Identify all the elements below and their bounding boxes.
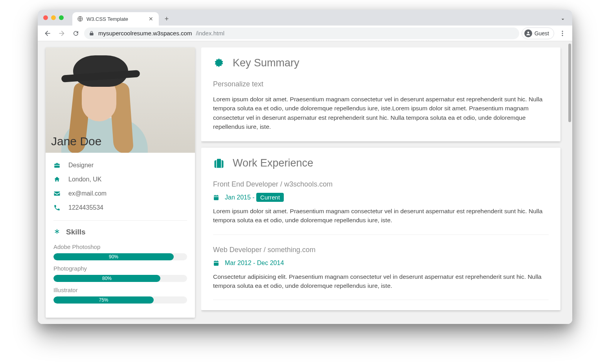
work-heading: Work Experience xyxy=(213,157,549,169)
job-item: Front End Developer / w3schools.com Jan … xyxy=(213,180,549,225)
skill-progress: 90% xyxy=(53,253,187,260)
job-title: Web Developer / something.com xyxy=(213,246,549,254)
profile-role-row: Designer xyxy=(53,158,187,172)
kebab-menu-button[interactable] xyxy=(557,27,568,39)
work-card: Work Experience Front End Developer / w3… xyxy=(201,148,560,310)
close-window-button[interactable] xyxy=(43,15,48,20)
minimize-window-button[interactable] xyxy=(51,15,56,20)
svg-point-1 xyxy=(562,31,563,32)
skill-item: Illustrator 75% xyxy=(53,287,187,304)
profile-location: London, UK xyxy=(68,176,102,183)
current-badge: Current xyxy=(256,193,284,202)
lock-icon xyxy=(89,31,94,36)
job-date-range: Mar 2012 - Dec 2014 xyxy=(225,260,284,267)
skill-progress-fill: 75% xyxy=(53,296,154,304)
profile-phone-row: 1224435534 xyxy=(53,201,187,215)
profile-name: Jane Doe xyxy=(51,135,101,148)
divider xyxy=(213,234,549,235)
summary-heading: Key Summary xyxy=(213,57,549,69)
profile-card: Jane Doe Designer London, UK xyxy=(46,48,195,318)
summary-body: Lorem ipsum dolor sit amet. Praesentium … xyxy=(213,95,549,131)
maximize-window-button[interactable] xyxy=(59,15,64,20)
window-controls xyxy=(43,15,64,20)
profile-email: ex@mail.com xyxy=(68,190,107,197)
avatar-icon xyxy=(524,29,532,37)
person-illustration xyxy=(73,55,128,87)
phone-icon xyxy=(53,204,61,211)
skill-progress: 75% xyxy=(53,296,187,304)
skill-item: Photography 80% xyxy=(53,265,187,282)
suitcase-icon xyxy=(213,157,225,169)
summary-heading-text: Key Summary xyxy=(233,57,299,69)
skills-heading: Skills xyxy=(53,226,187,240)
job-title: Front End Developer / w3schools.com xyxy=(213,180,549,188)
browser-tab[interactable]: W3.CSS Template ✕ xyxy=(72,12,159,26)
svg-rect-5 xyxy=(217,159,221,161)
skill-name: Adobe Photoshop xyxy=(53,243,187,250)
profile-label: Guest xyxy=(535,30,549,37)
tab-title: W3.CSS Template xyxy=(86,16,145,22)
new-tab-button[interactable]: + xyxy=(161,13,172,24)
job-dates: Mar 2012 - Dec 2014 xyxy=(213,260,549,267)
url-host: mysupercoolresume.w3spaces.com xyxy=(98,30,192,37)
calendar-icon xyxy=(213,194,219,201)
profile-photo: Jane Doe xyxy=(46,48,195,153)
job-date-range: Jan 2015 - xyxy=(225,194,256,201)
summary-subheading: Personalize text xyxy=(213,80,549,88)
reload-button[interactable] xyxy=(70,27,82,39)
svg-point-2 xyxy=(562,33,563,34)
skill-progress-fill: 90% xyxy=(53,253,174,260)
profile-button[interactable]: Guest xyxy=(522,27,554,39)
profile-location-row: London, UK xyxy=(53,172,187,187)
home-icon xyxy=(53,176,61,183)
work-heading-text: Work Experience xyxy=(233,157,313,169)
skills-heading-text: Skills xyxy=(66,228,86,236)
skill-item: Adobe Photoshop 90% xyxy=(53,243,187,260)
browser-toolbar: mysupercoolresume.w3spaces.com/index.htm… xyxy=(38,26,572,41)
profile-details: Designer London, UK ex@mail.com xyxy=(46,153,195,314)
vertical-scrollbar[interactable] xyxy=(568,44,571,122)
page-viewport: Jane Doe Designer London, UK xyxy=(38,41,572,324)
main-column: Key Summary Personalize text Lorem ipsum… xyxy=(201,48,564,318)
job-dates: Jan 2015 - Current xyxy=(213,194,549,201)
svg-point-3 xyxy=(562,35,563,36)
certificate-icon xyxy=(213,57,225,69)
skill-progress-fill: 80% xyxy=(53,275,160,282)
close-tab-button[interactable]: ✕ xyxy=(148,15,154,23)
job-description: Consectetur adipisicing elit. Praesentiu… xyxy=(213,272,549,291)
skill-name: Illustrator xyxy=(53,287,187,293)
job-description: Lorem ipsum dolor sit amet. Praesentium … xyxy=(213,207,549,225)
divider xyxy=(53,220,187,221)
job-item: Web Developer / something.com Mar 2012 -… xyxy=(213,246,549,291)
calendar-icon xyxy=(213,260,219,266)
summary-card: Key Summary Personalize text Lorem ipsum… xyxy=(201,48,560,141)
briefcase-icon xyxy=(53,162,61,169)
asterisk-icon xyxy=(53,229,61,236)
url-path: /index.html xyxy=(196,30,224,37)
back-button[interactable] xyxy=(42,27,53,39)
envelope-icon xyxy=(53,190,61,197)
tabs-dropdown-button[interactable] xyxy=(558,15,568,24)
profile-role: Designer xyxy=(68,162,94,169)
skill-progress: 80% xyxy=(53,275,187,282)
globe-icon xyxy=(77,16,83,22)
address-bar[interactable]: mysupercoolresume.w3spaces.com/index.htm… xyxy=(84,27,519,39)
skill-name: Photography xyxy=(53,265,187,272)
profile-email-row: ex@mail.com xyxy=(53,187,187,201)
browser-window: W3.CSS Template ✕ + mysuper xyxy=(38,10,572,324)
forward-button[interactable] xyxy=(56,27,68,39)
divider xyxy=(213,300,549,300)
svg-rect-4 xyxy=(215,160,224,168)
tab-strip: W3.CSS Template ✕ + xyxy=(38,10,572,26)
profile-phone: 1224435534 xyxy=(68,204,103,211)
